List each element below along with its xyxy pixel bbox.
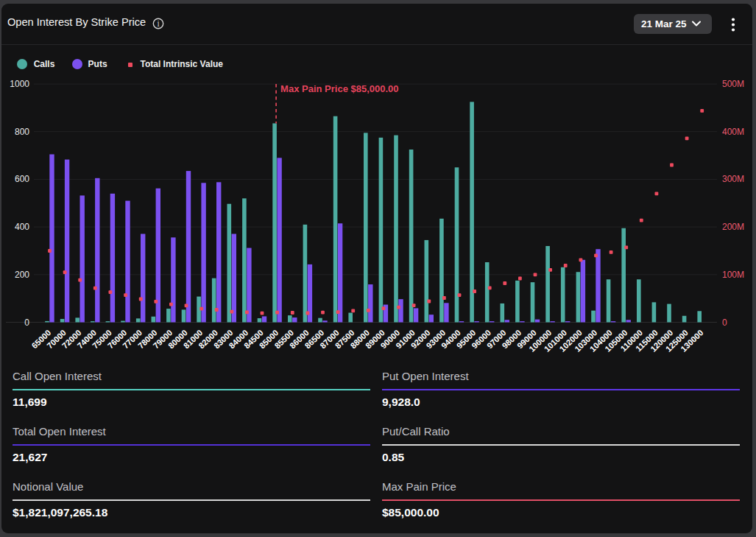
- svg-text:500M: 500M: [722, 79, 744, 89]
- svg-text:0: 0: [722, 317, 727, 328]
- svg-text:100M: 100M: [722, 270, 744, 280]
- svg-text:400M: 400M: [722, 127, 744, 137]
- svg-text:Max Pain Price $85,000.00: Max Pain Price $85,000.00: [280, 83, 398, 94]
- svg-text:200M: 200M: [722, 222, 744, 232]
- svg-text:400: 400: [15, 222, 29, 232]
- svg-text:800: 800: [15, 127, 29, 137]
- svg-text:600: 600: [15, 174, 29, 184]
- svg-text:200: 200: [15, 270, 29, 280]
- svg-text:0: 0: [24, 317, 29, 328]
- svg-text:1000: 1000: [10, 79, 29, 89]
- svg-text:300M: 300M: [722, 174, 744, 184]
